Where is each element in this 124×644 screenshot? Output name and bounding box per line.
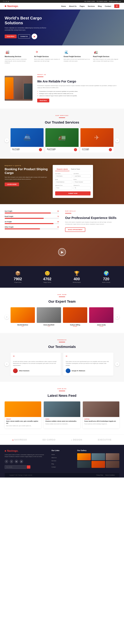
blog-category-1: FREIGHT [6, 418, 40, 420]
road-freight-card[interactable]: 🚛 Road Freight Transportation › [45, 128, 78, 152]
nav-home[interactable]: Home [61, 5, 66, 7]
stat-clients-icon: 😊 [34, 271, 61, 276]
footer-link-about[interactable]: About Us [52, 456, 72, 458]
air-freight-arrow[interactable]: › [109, 148, 112, 151]
road-freight-arrow[interactable]: › [74, 148, 77, 151]
navbar: ■ Navirego. Home About Us Pages Services… [0, 3, 124, 10]
road-freight-icon: 🚛 [93, 49, 99, 55]
footer-link-contact[interactable]: Contact [52, 466, 72, 468]
make-appointment-button[interactable]: MAKE APPOINTMENT [65, 228, 85, 232]
nav-services[interactable]: Services [88, 5, 95, 7]
team-role-1: CEO [10, 326, 35, 327]
firstname-input[interactable] [55, 174, 72, 178]
team-slider-prev[interactable]: ‹ [5, 315, 9, 319]
about-title: We Are Reliable For Cargo [37, 80, 119, 83]
footer-email-input[interactable] [5, 465, 26, 469]
blog-card-2[interactable]: CARGO Vivamus sodales rutrum amet non mo… [44, 402, 80, 428]
booking-cta-button[interactable]: LEARN MORE [5, 182, 19, 186]
privacy-policy-link[interactable]: Privacy Policy [96, 474, 103, 476]
skill-other: Other Freight 65 [5, 226, 59, 229]
phone-input[interactable] [73, 180, 91, 184]
skill-air-track [5, 223, 59, 224]
nav-pages[interactable]: Pages [80, 5, 85, 7]
from-input[interactable] [55, 186, 72, 190]
blog-card-1[interactable]: FREIGHT Nunc rutrum malelis sem, quis co… [5, 402, 41, 428]
ocean-freight-icon: 🌊 [63, 49, 69, 55]
stat-awards-label: Worlest Award [63, 282, 90, 283]
team-title: Our Expert Team [5, 300, 119, 304]
team-role-2: CFO [37, 326, 61, 327]
testimonials-section: FEEDBACK Our Testimonials ‹ " Ut enim ad… [0, 333, 124, 382]
nav-blog[interactable]: Blog [98, 5, 102, 7]
footer-twitter-icon[interactable]: t [10, 460, 13, 463]
road-freight-desc: Nam libero tempore cum soluta nobis elig… [93, 58, 119, 62]
footer-link-home[interactable]: Home [52, 453, 72, 456]
slider-prev-arrow[interactable]: ‹ [5, 138, 9, 142]
feature-1: ✓Praesentium et excepturi sint occaecati… [37, 91, 119, 92]
twitter-icon[interactable]: t [4, 0, 5, 2]
partner-logo-1: ■ NAVIREGO [12, 438, 27, 441]
team-name-3: Hudson Willing [63, 324, 87, 326]
booking-desc: Nam libero tempore cum soluta nobis elig… [5, 176, 48, 180]
skill-air-pct: 90 [57, 221, 59, 222]
linkedin-icon[interactable]: in [6, 0, 7, 2]
slider-next-arrow[interactable]: › [115, 138, 119, 142]
stat-countries-label: Active Country [93, 282, 119, 283]
footer-youtube-icon[interactable]: yt [19, 460, 23, 463]
skill-air-label: Air Freight [5, 221, 12, 222]
road-freight-image: 🚛 [45, 128, 78, 147]
phone2: +91 99000 44000 [96, 0, 107, 2]
air-freight-footer: Air Freight Transportation › [80, 147, 114, 152]
blog-post-title-1: Nunc rutrum malelis sem, quis convallis … [6, 420, 40, 424]
check-icon-1: ✓ [37, 91, 38, 92]
nav-menu-icon[interactable]: ☰ [114, 4, 119, 8]
nav-about[interactable]: About Us [69, 5, 77, 7]
youtube-icon[interactable]: yt [8, 0, 9, 2]
footer-social: f t in yt [5, 460, 47, 463]
blog-card-3[interactable]: SHIPPING Fusce iaculit arcu vilit id mol… [83, 402, 119, 428]
blog-category-3: SHIPPING [84, 418, 118, 420]
testimonials-slider: ‹ " Ut enim ad minima veniam, quis nostr… [5, 352, 119, 376]
stat-projects-label: Project Done [5, 282, 31, 283]
feature-3: ✓Laborum et dolorum fuga et harum quidem… [37, 95, 119, 96]
quote-tab-request[interactable]: Request a Quote [55, 168, 69, 171]
blog-post-title-3: Fusce iaculit arcu vilit id molestique t… [84, 420, 118, 422]
lastname-input[interactable] [73, 174, 91, 178]
sea-freight-arrow[interactable]: › [39, 148, 42, 151]
form-submit-button[interactable]: SUBMIT NOW [55, 192, 91, 196]
to-input[interactable] [73, 186, 91, 190]
facebook-icon[interactable]: f [3, 0, 3, 2]
logo[interactable]: ■ Navirego. [5, 4, 19, 8]
sea-freight-card[interactable]: 🚢 Sea Freight Transportation › [10, 128, 44, 152]
skill-air-fill [5, 223, 54, 224]
footer-facebook-icon[interactable]: f [5, 460, 8, 463]
stat-countries-icon: 🌍 [93, 271, 119, 276]
service-card-air: ✈ Air Freight Services Nemo enim ipsam v… [34, 49, 61, 64]
stat-clients-label: Happy Clients [34, 282, 61, 283]
testi-slider-prev[interactable]: ‹ [5, 362, 9, 366]
footer-linkedin-icon[interactable]: in [15, 460, 18, 463]
know-more-button[interactable]: Know More [5, 34, 17, 38]
video-play-button[interactable]: ▶ [58, 248, 66, 256]
terms-link[interactable]: Terms & Conditions [105, 474, 115, 476]
air-freight-card[interactable]: ✈ Air Freight Transportation › [80, 128, 114, 152]
testi-author-info-2: Giorgio R. Robinson [72, 370, 85, 372]
nav-contact[interactable]: Contact [105, 5, 111, 7]
team-slider-next[interactable]: › [115, 315, 119, 319]
team-card-2: Emma Backfield CFO [37, 307, 61, 327]
play-button[interactable]: ▶ [32, 34, 37, 39]
contact-us-button[interactable]: Contact Us [18, 34, 30, 38]
quote-tab-track[interactable]: Track & Trace [69, 168, 82, 171]
footer-subscribe-button[interactable]: › [27, 466, 30, 469]
hero-section: World's Best Cargo Solutions Fusce vulpu… [0, 10, 124, 46]
stat-clients: 😊 4702 Happy Clients [34, 271, 61, 283]
check-icon-2: ✓ [37, 93, 38, 94]
footer-link-blog[interactable]: Blog [52, 462, 72, 465]
gallery-item-2 [91, 453, 105, 460]
email-input[interactable] [55, 180, 72, 184]
skill-sea-row: Sea Freight 85 [5, 210, 59, 212]
testi-slider-next[interactable]: › [115, 362, 119, 366]
top-bar-left: f t in yt [3, 0, 9, 2]
about-read-more-button[interactable]: Read More [37, 99, 49, 102]
footer-link-services[interactable]: Services [52, 460, 72, 462]
